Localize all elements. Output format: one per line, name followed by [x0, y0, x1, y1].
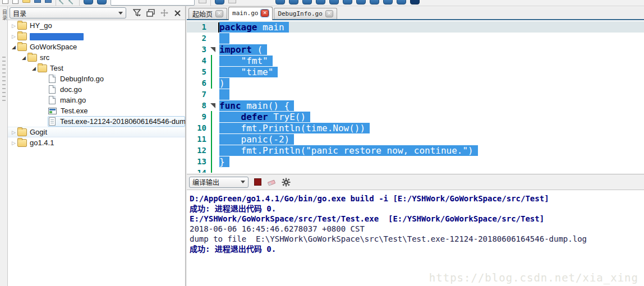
eraser-icon[interactable] — [267, 178, 276, 186]
toolbar-blue-icon[interactable] — [343, 0, 352, 4]
tree-item-test-exe-12124-20180606164546-dum[interactable]: Test.exe-12124-20180606164546-dum — [8, 116, 185, 127]
main-toolbar[interactable] — [0, 0, 644, 6]
tree-item-label: Test — [50, 64, 63, 72]
fold-marker-icon[interactable] — [209, 100, 219, 111]
toolbar-disk-icon[interactable] — [45, 0, 52, 3]
toolbar-separator — [210, 0, 211, 6]
toolbar-blue-icon[interactable] — [289, 0, 298, 4]
line-number: 2 — [187, 34, 209, 43]
stop-button[interactable] — [254, 178, 261, 186]
toolbar-blue-icon[interactable] — [84, 0, 93, 4]
close-icon — [174, 10, 181, 17]
left-sidebar-rail[interactable]: 目录 — [0, 6, 8, 286]
file-tree[interactable]: ▷HY_go▷◢GoWorkSpace◢src◢TestDebugInfo.go… — [8, 20, 185, 286]
code-line-1[interactable]: 1package main — [187, 21, 644, 33]
tree-item-test-exe[interactable]: Test.exe — [8, 105, 185, 116]
expander-closed-icon[interactable]: ▷ — [10, 140, 17, 146]
sidebar-view-select[interactable]: 目录 — [10, 7, 126, 19]
toolbar-blue-icon[interactable] — [316, 0, 325, 4]
code-line-11[interactable]: 11 panic(-2) — [187, 133, 644, 145]
toolbar-blue-icon[interactable] — [356, 0, 366, 4]
output-view-select[interactable]: 编译输出 — [189, 177, 249, 188]
tree-item-censored[interactable]: ▷ — [8, 31, 185, 41]
tree-item-label: go1.4.1 — [30, 139, 54, 147]
tree-item-goworkspace[interactable]: ◢GoWorkSpace — [8, 41, 185, 52]
toolbar-blue-icon[interactable] — [215, 0, 224, 4]
toolbar-blue-icon[interactable] — [370, 0, 379, 4]
code-line-13[interactable]: 13} — [187, 156, 644, 167]
code-text: fmt.Println("panic restore now, continue… — [219, 145, 478, 156]
filter-button[interactable] — [132, 7, 143, 19]
tree-item-doc-go[interactable]: doc.go — [8, 84, 185, 95]
expander-open-icon[interactable]: ◢ — [30, 66, 38, 71]
fold-margin — [209, 156, 219, 167]
tree-item-hy-go[interactable]: ▷HY_go — [8, 20, 185, 31]
toolbar-combo-icon[interactable] — [111, 0, 195, 6]
code-line-10[interactable]: 10 fmt.Println(time.Now()) — [187, 122, 644, 133]
tab-close-icon[interactable]: ✕ — [215, 10, 223, 17]
tree-item-src[interactable]: ◢src — [8, 52, 185, 63]
code-line-14[interactable]: 14 — [187, 167, 644, 173]
code-token: main — [257, 22, 284, 33]
toolbar-arrow-icon[interactable] — [68, 0, 76, 4]
line-number: 5 — [187, 67, 209, 76]
tree-item-label: main.go — [60, 96, 86, 104]
code-line-9[interactable]: 9 defer TryE() — [187, 111, 644, 122]
fold-triangle-icon — [210, 103, 215, 108]
fold-margin — [209, 66, 219, 77]
tab-DebugInfo-go[interactable]: DebugInfo.go✕ — [274, 8, 337, 19]
close-panel-button[interactable] — [172, 7, 183, 19]
code-line-3[interactable]: 3import ( — [187, 44, 644, 55]
tree-item-go1-4-1[interactable]: ▷go1.4.1 — [8, 137, 185, 148]
toolbar-disk-icon[interactable] — [34, 0, 41, 3]
gear-icon[interactable] — [282, 178, 291, 187]
code-text: "time" — [219, 67, 278, 77]
code-token: TryE() — [268, 112, 306, 122]
expander-open-icon[interactable]: ◢ — [10, 44, 17, 50]
expander-closed-icon[interactable]: ▷ — [10, 23, 17, 29]
cascade-windows-button[interactable] — [145, 7, 157, 19]
toolbar-blue-icon[interactable] — [383, 0, 393, 4]
code-line-5[interactable]: 5 "time" — [187, 66, 644, 77]
fold-marker-icon[interactable] — [209, 44, 219, 55]
toolbar-doc-icon[interactable] — [12, 0, 19, 4]
tree-item-gogit[interactable]: ▷Gogit — [8, 127, 185, 137]
output-panel: 编译输出 — [187, 174, 644, 286]
tab-起始页[interactable]: 起始页✕ — [188, 8, 227, 19]
toolbar-blue-icon[interactable] — [329, 0, 339, 4]
fold-margin — [209, 33, 219, 44]
code-line-4[interactable]: 4 "fmt" — [187, 55, 644, 66]
tab-close-icon[interactable]: ✕ — [325, 10, 333, 17]
toolbar-blue-icon[interactable] — [302, 0, 312, 4]
code-line-7[interactable]: 7 — [187, 89, 644, 100]
toolbar-arrow-icon[interactable] — [59, 0, 67, 4]
tab-main-go[interactable]: main.go✕ — [228, 7, 273, 20]
code-line-2[interactable]: 2 — [187, 33, 644, 44]
tree-item-main-go[interactable]: main.go — [8, 95, 185, 105]
toolbar-blue-icon[interactable] — [397, 0, 406, 4]
output-line: 成功: 进程退出代码 0. — [190, 204, 644, 214]
fold-margin — [209, 89, 219, 100]
code-editor[interactable]: 1package main2 3import (4 "fmt"5 "time"6… — [187, 20, 644, 173]
code-line-12[interactable]: 12 fmt.Println("panic restore now, conti… — [187, 145, 644, 156]
float-panel-button[interactable] — [159, 7, 170, 19]
build-output[interactable]: D:/AppGreen/go1.4.1/Go/bin/go.exe build … — [187, 190, 644, 286]
toolbar-doc-icon[interactable] — [2, 0, 8, 4]
tab-close-icon[interactable]: ✕ — [261, 10, 269, 17]
expander-closed-icon[interactable]: ▷ — [10, 130, 17, 135]
code-line-6[interactable]: 6) — [187, 77, 644, 89]
code-text: panic(-2) — [219, 134, 294, 145]
code-token — [219, 112, 241, 122]
chevron-down-icon — [241, 181, 245, 183]
code-line-8[interactable]: 8func main() { — [187, 100, 644, 111]
toolbar-navy-icon[interactable] — [410, 0, 420, 4]
expander-closed-icon[interactable]: ▷ — [10, 34, 17, 39]
toolbar-blue-icon[interactable] — [275, 0, 285, 4]
toolbar-btn-icon[interactable] — [199, 0, 206, 3]
tree-item-test[interactable]: ◢Test — [8, 63, 185, 73]
tree-item-debuginfo-go[interactable]: DebugInfo.go — [8, 73, 185, 84]
toolbar-folder-icon[interactable] — [22, 0, 30, 3]
toolbar-blue-icon[interactable] — [97, 0, 107, 4]
toolbar-btn-icon[interactable] — [228, 0, 236, 3]
expander-open-icon[interactable]: ◢ — [20, 55, 27, 61]
